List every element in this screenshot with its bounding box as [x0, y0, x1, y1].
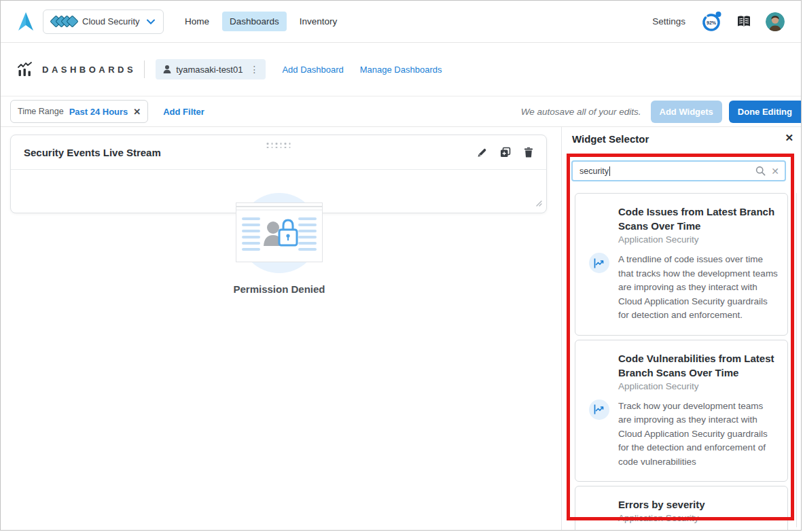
widget-option-card[interactable]: Errors by severity Application Security …: [575, 486, 788, 531]
notification-dot: [716, 12, 721, 17]
search-icon: [755, 166, 766, 176]
widget-option-category: Application Security: [618, 233, 778, 247]
divider: [144, 60, 145, 78]
clear-search-icon[interactable]: ✕: [771, 166, 779, 177]
dashboard-canvas: Security Events Live Stream: [1, 127, 801, 531]
close-panel-icon[interactable]: ✕: [785, 132, 793, 144]
remove-filter-icon[interactable]: ✕: [133, 107, 141, 116]
tab-dashboards[interactable]: Dashboards: [222, 12, 287, 31]
user-avatar[interactable]: [766, 12, 785, 31]
time-range-filter-chip[interactable]: Time Range Past 24 Hours ✕: [10, 100, 148, 123]
dashboard-selector[interactable]: tyamasaki-test01 ⋮: [156, 59, 266, 79]
panel-title: Widget Selector: [572, 133, 649, 145]
usage-progress-ring[interactable]: 92%: [700, 11, 722, 33]
tab-inventory[interactable]: Inventory: [292, 12, 345, 31]
time-range-label: Time Range: [18, 107, 64, 116]
dashboard-menu-kebab-icon[interactable]: ⋮: [247, 65, 262, 74]
top-nav: Cloud Security Home Dashboards Inventory…: [1, 1, 801, 43]
app-window: Cloud Security Home Dashboards Inventory…: [0, 0, 802, 531]
settings-link[interactable]: Settings: [652, 16, 685, 26]
person-icon: [162, 65, 172, 74]
main-tabs: Home Dashboards Inventory: [177, 12, 344, 31]
permission-denied-illustration: [236, 192, 323, 273]
add-widgets-button[interactable]: Add Widgets: [651, 101, 722, 123]
manage-dashboards-link[interactable]: Manage Dashboards: [360, 65, 442, 75]
widget-selector-panel: Widget Selector ✕ security ✕ Code Issues…: [561, 127, 801, 531]
scrollbar[interactable]: [796, 193, 797, 527]
widget-option-title: Errors by severity: [618, 497, 785, 512]
locked-profile-card-icon: [236, 202, 323, 262]
usage-percent-text: 92%: [707, 20, 717, 24]
dashboards-section-label: DASHBOARDS: [42, 65, 136, 75]
duplicate-widget-icon[interactable]: [500, 147, 511, 158]
widget-option-description: A trendline of code issues over time tha…: [618, 253, 778, 323]
time-range-value[interactable]: Past 24 Hours: [69, 107, 128, 117]
product-selector-dropdown[interactable]: Cloud Security: [43, 10, 164, 34]
tab-home[interactable]: Home: [177, 12, 217, 31]
add-filter-link[interactable]: Add Filter: [163, 107, 204, 117]
trendline-chart-icon: [594, 404, 605, 414]
trendline-chart-icon: [594, 258, 605, 268]
text-caret: [609, 166, 610, 176]
done-editing-button[interactable]: Done Editing: [729, 101, 801, 123]
chevron-down-icon: [147, 19, 155, 24]
widget-option-card[interactable]: Code Issues from Latest Branch Scans Ove…: [575, 193, 788, 336]
widget-option-description: Track how your development teams are imp…: [618, 400, 778, 469]
widget-option-card[interactable]: Code Vulnerabilities from Latest Branch …: [575, 340, 788, 482]
widget-option-category: Application Security: [618, 380, 778, 393]
dashboards-chart-icon: [17, 62, 33, 77]
drag-handle[interactable]: [267, 143, 291, 150]
product-selector-label: Cloud Security: [82, 16, 147, 26]
widget-resize-handle[interactable]: [534, 197, 542, 209]
widget-search-input[interactable]: security ✕: [571, 160, 786, 181]
autosave-note: We autosave all of your edits.: [521, 107, 641, 117]
dashboard-name: tyamasaki-test01: [176, 65, 243, 75]
widget-option-category: Application Security: [618, 512, 778, 525]
widget-option-title: Code Issues from Latest Branch Scans Ove…: [618, 205, 785, 233]
docs-book-icon[interactable]: [736, 15, 752, 29]
app-logo-icon[interactable]: [17, 12, 35, 32]
widget-title: Security Events Live Stream: [24, 147, 161, 158]
empty-state-caption: Permission Denied: [218, 283, 340, 295]
widget-option-title: Code Vulnerabilities from Latest Branch …: [618, 351, 785, 380]
widget-card-list: Code Issues from Latest Branch Scans Ove…: [575, 193, 788, 531]
dashboards-bar: DASHBOARDS tyamasaki-test01 ⋮ Add Dashbo…: [1, 43, 801, 96]
product-diamonds-icon: [52, 16, 77, 27]
filter-bar: Time Range Past 24 Hours ✕ Add Filter We…: [1, 96, 801, 127]
delete-widget-icon[interactable]: [524, 147, 533, 158]
edit-widget-icon[interactable]: [477, 147, 487, 158]
widget-header: Security Events Live Stream: [11, 135, 546, 170]
add-dashboard-link[interactable]: Add Dashboard: [282, 65, 343, 75]
search-value: security: [579, 166, 609, 176]
